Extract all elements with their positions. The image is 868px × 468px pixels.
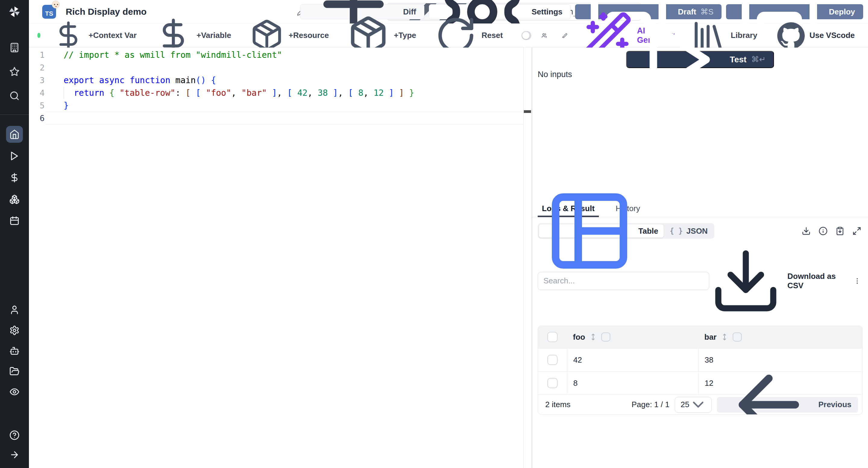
table-cell: 8 (567, 372, 698, 395)
sidebar-top-group (0, 42, 29, 101)
line-number: 5 (29, 101, 44, 110)
select-all-checkbox[interactable] (547, 332, 558, 342)
vscode-github-icon (777, 22, 805, 49)
dollar-icon (53, 20, 84, 51)
column-header: foo (573, 332, 585, 342)
editor-toolbar: +Context Var +Variable +Resource +Type R… (29, 24, 868, 47)
code-line-1: 1// import * as wmill from "windmill-cli… (29, 48, 523, 61)
download-icon (709, 244, 782, 317)
row-checkbox[interactable] (547, 378, 558, 388)
play-icon (634, 14, 725, 105)
download-result-icon[interactable] (802, 227, 811, 235)
page-size-select[interactable]: 25 (675, 397, 712, 412)
sidebar-item-help[interactable] (6, 427, 23, 444)
table-header-row: foobar (538, 326, 862, 348)
eye-icon (9, 387, 20, 397)
line-number: 6 (29, 113, 44, 123)
line-number: 3 (29, 76, 44, 85)
sidebar-divider (0, 114, 29, 115)
code-line-3: 3export async function main() { (29, 74, 523, 87)
view-table-button[interactable]: Table (539, 224, 664, 238)
folder-icon (9, 366, 20, 376)
run-result-panel: Test ⌘↵ No inputs Logs & Result History … (532, 47, 868, 468)
sidebar-main-group (0, 126, 29, 230)
line-number: 2 (29, 63, 44, 72)
editor-overview-ruler[interactable] (523, 47, 532, 468)
sidebar-item-variables[interactable] (6, 169, 23, 186)
sidebar-item-schedules[interactable] (6, 212, 23, 230)
sidebar-item-workers[interactable] (6, 342, 23, 359)
schedules-icon (9, 216, 20, 226)
sidebar-expand[interactable] (6, 446, 23, 463)
table-menu-kebab-icon[interactable] (854, 276, 861, 286)
windmill-logo[interactable] (0, 0, 29, 24)
use-vscode-button[interactable]: Use VScode (777, 22, 855, 49)
code-line-2: 2 (29, 61, 523, 74)
sort-icon[interactable] (721, 333, 728, 341)
page-indicator: Page: 1 / 1 (631, 400, 670, 409)
previous-page-button[interactable]: Previous (717, 397, 858, 412)
column-checkbox[interactable] (601, 332, 610, 341)
format-brush-icon[interactable] (562, 31, 567, 40)
deploy-button[interactable]: Deploy (726, 4, 863, 19)
result-body: Table { } JSON (532, 217, 868, 468)
code-line-5: 5} (29, 99, 523, 112)
runs-icon (9, 151, 20, 161)
add-context-var-button[interactable]: +Context Var (53, 20, 137, 51)
column-checkbox[interactable] (733, 332, 742, 341)
download-csv-button[interactable]: Download as CSV (709, 244, 841, 317)
code-lines: 1// import * as wmill from "windmill-cli… (29, 48, 523, 124)
sidebar-item-resources[interactable] (6, 191, 23, 208)
result-actions (802, 227, 863, 235)
sidebar-admin-group (0, 301, 29, 400)
code-text: export async function main() { (64, 75, 216, 85)
braces-icon: { } (670, 227, 683, 235)
test-button[interactable]: Test ⌘↵ (626, 51, 774, 68)
sidebar-item-folders[interactable] (6, 363, 23, 380)
row-checkbox[interactable] (547, 355, 558, 365)
view-toggle: Table { } JSON (538, 223, 714, 239)
view-json-button[interactable]: { } JSON (664, 224, 713, 238)
copy-to-clipboard-icon[interactable] (835, 227, 844, 235)
expand-icon[interactable] (852, 227, 861, 235)
user-icon (9, 305, 20, 315)
line-number: 1 (29, 50, 44, 60)
table-footer: 2 items Page: 1 / 1 25 Previous (538, 395, 862, 414)
sidebar-item-home[interactable] (6, 126, 23, 143)
help-icon (9, 430, 20, 440)
add-resource-button[interactable]: +Resource (250, 19, 329, 53)
no-inputs-text: No inputs (538, 70, 572, 79)
result-table: foobar 4238812 2 items Page: 1 / 1 25 Pr… (538, 326, 863, 415)
resources-icon (9, 194, 20, 204)
sidebar-item-settings[interactable] (6, 322, 23, 339)
sidebar-bottom-group (0, 427, 29, 468)
line-number: 4 (29, 88, 44, 98)
search-input[interactable] (538, 272, 709, 290)
code-text: } (64, 101, 69, 110)
home-icon (9, 129, 20, 139)
code-editor[interactable]: 1// import * as wmill from "windmill-cli… (29, 47, 532, 468)
info-icon[interactable] (818, 227, 828, 235)
sidebar-item-runs[interactable] (6, 147, 23, 164)
sidebar-item-audit-logs[interactable] (6, 383, 23, 400)
search-icon[interactable] (9, 91, 20, 101)
chevron-down-icon (689, 396, 707, 413)
favorites-icon[interactable] (9, 67, 20, 77)
code-line-6: 6 (29, 112, 523, 124)
table-icon (544, 186, 635, 276)
code-text: return { "table-row": [ [ "foo", "bar" ]… (64, 88, 414, 98)
robot-icon (9, 346, 20, 356)
cursor-position-marker (524, 110, 531, 113)
diff-mode-toggle[interactable] (521, 31, 531, 40)
multiplayer-icon[interactable] (541, 31, 547, 40)
gear-icon (9, 325, 20, 335)
column-header: bar (704, 332, 716, 342)
status-dot (37, 33, 40, 38)
test-shortcut: ⌘↵ (751, 55, 766, 64)
sort-icon[interactable] (589, 333, 597, 341)
table-cell: 42 (567, 348, 698, 371)
variables-icon (9, 173, 20, 183)
workspace-icon[interactable] (9, 42, 20, 53)
sidebar-item-users[interactable] (6, 301, 23, 318)
package-icon (250, 19, 284, 53)
